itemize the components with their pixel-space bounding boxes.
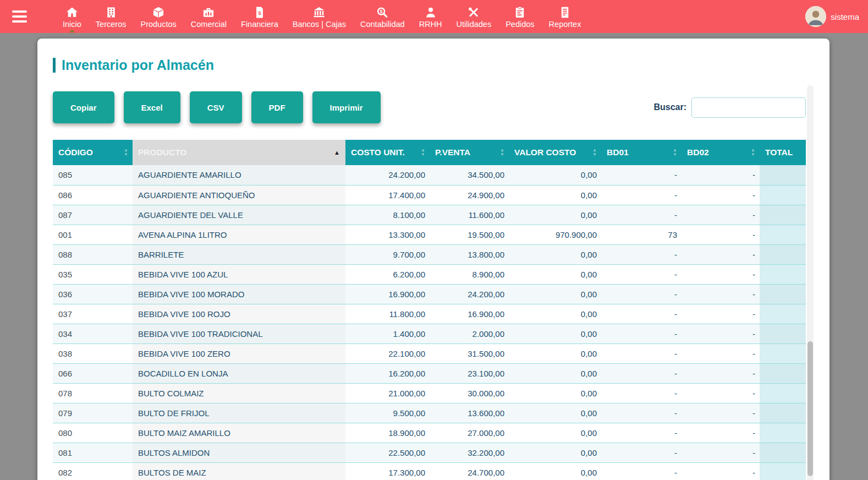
product-name: BULTOS ALMIDON [133,443,345,462]
column-header-producto[interactable]: PRODUCTO▲ [133,140,345,165]
table-cell [760,363,806,383]
table-cell: 080 [53,423,133,443]
nav-item-label: Bancos | Cajas [293,20,346,29]
table-cell: 0,00 [509,264,601,284]
nav-item-terceros[interactable]: Terceros [89,0,134,33]
column-header-p-venta[interactable]: P.VENTA▲▼ [430,140,509,165]
search-input[interactable] [691,97,806,118]
table-cell: 8.900,00 [430,264,509,284]
column-header-total[interactable]: TOTAL [760,140,806,165]
vertical-scrollbar[interactable] [807,85,814,480]
table-cell: - [682,343,760,363]
table-row: 081BULTOS ALMIDON22.500,0032.200,000,00-… [53,443,806,462]
table-cell: - [682,205,760,225]
user-menu[interactable]: sistema [805,6,859,27]
table-cell: - [601,462,682,480]
table-cell: 0,00 [509,165,601,185]
table-row: 086AGUARDIENTE ANTIOQUEÑO17.400,0024.900… [53,185,806,205]
column-header-bd01[interactable]: BD01▲▼ [601,140,682,165]
copiar-button[interactable]: Copiar [53,91,114,123]
column-header-c-digo[interactable]: CÓDIGO▲▼ [53,140,133,165]
nav-item-utilidades[interactable]: Utilidades [449,0,499,33]
table-cell: - [682,423,760,443]
product-name: AVENA ALPINA 1LITRO [133,225,345,244]
person-icon [424,6,437,19]
table-row: 079BULTO DE FRIJOL9.500,0013.600,000,00-… [53,403,806,423]
briefcase-chart-icon [202,6,215,19]
table-cell [760,304,806,324]
invoice-dollar-icon: $ [253,6,266,19]
table-cell: - [601,383,682,403]
hamburger-menu-button[interactable] [10,8,29,25]
table-cell: 31.500,00 [430,343,509,363]
column-header-bd02[interactable]: BD02▲▼ [682,140,760,165]
nav-item-label: Financiera [241,20,278,29]
user-name: sistema [831,12,859,21]
table-row: 038BEBIDA VIVE 100 ZERO22.100,0031.500,0… [53,343,806,363]
table-cell [760,324,806,343]
table-cell: 034 [53,324,133,343]
nav-item-inicio[interactable]: Inicio [56,0,89,33]
table-cell: 0,00 [509,423,601,443]
nav-item-reportex[interactable]: Reportex [542,0,589,33]
title-accent-bar [53,58,56,73]
table-cell: 088 [53,244,133,264]
column-header-valor-costo[interactable]: VALOR COSTO▲▼ [509,140,601,165]
table-cell: 1.400,00 [345,324,430,343]
report-icon [558,6,572,19]
product-name: BULTO DE FRIJOL [133,403,345,423]
search-dollar-icon: $ [376,6,389,19]
scrollbar-thumb[interactable] [807,341,813,476]
table-cell: 30.000,00 [430,383,509,403]
product-name: BARRILETE [133,244,345,264]
table-cell: 24.200,00 [430,284,509,304]
table-cell: 13.800,00 [430,244,509,264]
nav-item-label: Comercial [191,20,227,29]
imprimir-button[interactable]: Imprimir [312,91,381,123]
nav-item-financiera[interactable]: $Financiera [234,0,285,33]
product-name: AGUARDIENTE AMARILLO [133,165,345,185]
table-cell: 087 [53,205,133,225]
table-cell: 085 [53,165,133,185]
table-cell: 17.400,00 [345,185,430,205]
table-cell: 082 [53,462,133,480]
pdf-button[interactable]: PDF [251,91,303,123]
nav-item-label: Utilidades [457,20,492,29]
table-cell: - [682,363,760,383]
nav-item-rrhh[interactable]: RRHH [412,0,449,33]
table-cell: 11.600,00 [430,205,509,225]
table-cell: 18.900,00 [345,423,430,443]
table-cell: 34.500,00 [430,165,509,185]
table-cell: - [682,165,760,185]
table-cell: 73 [601,225,682,244]
table-cell [760,403,806,423]
user-avatar-icon [805,6,826,27]
tools-icon [467,6,480,19]
nav-item-contabilidad[interactable]: $Contabilidad [353,0,412,33]
page-title: Inventario por Almacén [53,57,806,73]
table-cell: 16.900,00 [345,284,430,304]
table-cell: 9.500,00 [345,403,430,423]
table-cell: 0,00 [509,383,601,403]
table-cell: 11.800,00 [345,304,430,324]
csv-button[interactable]: CSV [190,91,242,123]
nav-item-comercial[interactable]: Comercial [184,0,234,33]
product-name: BULTO COLMAIZ [133,383,345,403]
nav-item-pedidos[interactable]: Pedidos [498,0,541,33]
excel-button[interactable]: Excel [124,91,180,123]
nav-item-bancos-cajas[interactable]: Bancos | Cajas [285,0,353,33]
table-cell: 17.300,00 [345,462,430,480]
nav-item-productos[interactable]: Productos [133,0,183,33]
content-card: Inventario por Almacén CopiarExcelCSVPDF… [37,39,829,480]
home-icon [65,6,79,19]
nav-item-label: Reportex [549,20,581,29]
table-cell [760,225,806,244]
column-header-costo-unit[interactable]: COSTO UNIT.▲▼ [345,140,430,165]
table-cell: - [601,403,682,423]
table-cell: - [601,165,682,185]
table-cell: 038 [53,343,133,363]
table-cell: - [682,185,760,205]
table-cell: 13.300,00 [345,225,430,244]
table-cell: 0,00 [509,462,601,480]
table-row: 085AGUARDIENTE AMARILLO24.200,0034.500,0… [53,165,806,185]
